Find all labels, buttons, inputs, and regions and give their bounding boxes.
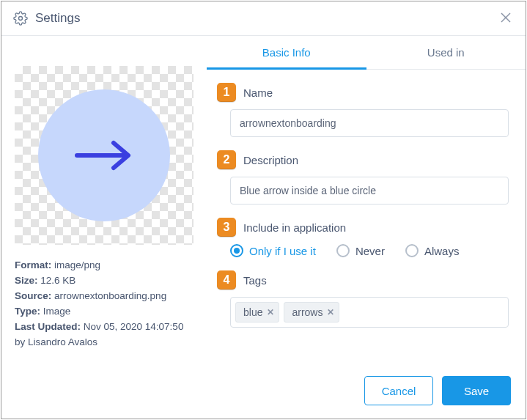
field-tags: 4 Tags blue ✕ arrows ✕	[217, 270, 511, 328]
radio-never[interactable]: Never	[336, 244, 385, 257]
radio-only-if-label: Only if I use it	[249, 245, 316, 257]
radio-always-label: Always	[424, 245, 460, 257]
step-marker-3: 3	[217, 218, 236, 237]
meta-source-value: arrownextonboarding.png	[54, 290, 166, 301]
settings-dialog: Settings Format: image/png Size: 12.6 KB…	[1, 1, 526, 419]
meta-by-line: by Lisandro Avalos	[15, 335, 194, 350]
tag-chip: arrows ✕	[284, 302, 339, 323]
image-preview	[15, 66, 194, 245]
radio-always[interactable]: Always	[405, 244, 460, 257]
gear-icon	[13, 11, 28, 26]
tag-chip: blue ✕	[235, 302, 279, 323]
svg-point-0	[19, 17, 23, 21]
tags-input[interactable]: blue ✕ arrows ✕	[230, 297, 509, 328]
step-marker-1: 1	[217, 83, 236, 102]
meta-size-label: Size:	[15, 275, 38, 286]
dialog-title: Settings	[35, 11, 80, 26]
right-pane: Basic Info Used in 1 Name 2 Description	[207, 36, 526, 419]
meta-updated-label: Last Updated:	[15, 321, 81, 332]
meta-format-value: image/png	[54, 259, 100, 270]
label-tags: Tags	[243, 274, 267, 287]
left-pane: Format: image/png Size: 12.6 KB Source: …	[1, 36, 207, 419]
field-description: 2 Description	[217, 150, 511, 205]
radio-never-label: Never	[355, 245, 385, 257]
save-button[interactable]: Save	[442, 376, 511, 405]
tag-remove-icon[interactable]: ✕	[327, 307, 334, 317]
field-name: 1 Name	[217, 83, 511, 137]
meta-type-value: Image	[43, 306, 71, 317]
label-description: Description	[243, 154, 298, 166]
dialog-footer: Cancel Save	[207, 364, 526, 419]
image-metadata: Format: image/png Size: 12.6 KB Source: …	[15, 258, 194, 350]
step-marker-4: 4	[217, 270, 236, 290]
radio-only-if-i-use-it[interactable]: Only if I use it	[230, 244, 316, 257]
tab-basic-info[interactable]: Basic Info	[207, 36, 366, 69]
preview-circle	[38, 89, 170, 221]
step-marker-2: 2	[217, 150, 236, 169]
label-include: Include in application	[243, 221, 346, 234]
meta-type-label: Type:	[15, 306, 40, 317]
tag-remove-icon[interactable]: ✕	[267, 307, 274, 317]
tab-used-in[interactable]: Used in	[366, 36, 526, 69]
close-icon[interactable]	[498, 9, 514, 28]
name-input[interactable]	[230, 109, 509, 137]
meta-source-label: Source:	[15, 290, 51, 301]
description-input[interactable]	[230, 177, 509, 205]
form-area: 1 Name 2 Description 3 Include in ap	[207, 70, 526, 341]
tabs: Basic Info Used in	[207, 36, 526, 70]
field-include: 3 Include in application Only if I use i…	[217, 218, 511, 257]
label-name: Name	[243, 86, 273, 99]
titlebar: Settings	[1, 1, 526, 36]
tag-chip-label: blue	[243, 306, 262, 318]
meta-format-label: Format:	[15, 259, 51, 270]
meta-updated-value: Nov 05, 2020 14:07:50	[84, 321, 184, 332]
meta-size-value: 12.6 KB	[40, 275, 75, 286]
arrow-icon	[73, 139, 136, 172]
cancel-button[interactable]: Cancel	[364, 376, 433, 405]
tag-chip-label: arrows	[292, 306, 323, 318]
